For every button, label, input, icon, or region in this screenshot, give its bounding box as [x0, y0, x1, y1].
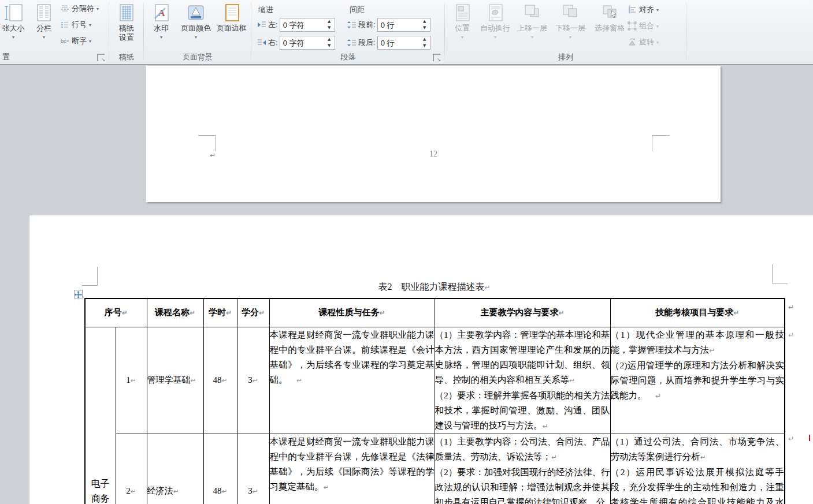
paragraph-mark: ↵ [173, 487, 179, 495]
grid-paper-icon [117, 3, 136, 23]
indent-right-field[interactable]: 0 字符 ▲▼ [280, 36, 335, 50]
paper-size-button[interactable]: 张大小 ▾ [0, 1, 32, 52]
grid-paper-settings-button[interactable]: 稿纸 设置 [111, 1, 142, 52]
wrap-text-button[interactable]: 自动换行 ▾ [477, 1, 513, 52]
cell-no[interactable]: 1↵ [116, 327, 147, 434]
course-table-page[interactable]: 表2 职业能力课程描述表↵ 序号↵ 课程名称↵ 学时↵ 学分↵ 课程性质与任 [29, 215, 813, 504]
chevron-down-icon: ▾ [147, 35, 175, 40]
columns-label: 分栏 [30, 24, 58, 33]
selection-pane-button[interactable]: 选择窗格 [591, 1, 629, 52]
hyphenation-icon: bc [60, 36, 69, 46]
paragraph-mark: ↵ [190, 309, 195, 317]
cell-content[interactable]: （1）主要教学内容：公司法、合同法、产品质量法、劳动法、诉讼法等；↵（2）要求：… [435, 434, 610, 504]
revision-mark [809, 435, 810, 441]
header-credits[interactable]: 学分↵ [237, 298, 269, 327]
paragraph-mark: ↵ [379, 309, 385, 317]
rotate-button[interactable]: 旋转 ▾ [628, 35, 659, 50]
send-backward-label: 下移一层 [552, 24, 588, 33]
paragraph-mark: ↵ [709, 346, 715, 354]
hyphenation-button[interactable]: bc 断字 ▾ [60, 33, 91, 48]
header-content[interactable]: 主要教学内容与要求↵ [435, 298, 610, 327]
header-hours[interactable]: 学时↵ [203, 298, 237, 327]
indent-right-row: 右: 0 字符 ▲▼ [257, 36, 335, 50]
paragraph-mark: ↵ [558, 309, 564, 317]
header-course[interactable]: 课程名称↵ [147, 298, 203, 327]
chevron-down-icon: ▾ [177, 35, 214, 40]
line-numbers-icon [60, 20, 69, 29]
indent-left-spinner[interactable]: ▲▼ [325, 19, 333, 31]
table-row: 电子商务 1↵ 管理学基础↵ 48↵ 3↵ 本课程是财经商贸一流专业群职业能力课… [85, 327, 785, 434]
major-group-label: 电子商务 [91, 327, 110, 504]
space-before-spinner[interactable]: ▲▼ [421, 19, 429, 31]
cell-no[interactable]: 2↵ [116, 434, 147, 504]
table-move-handle[interactable] [74, 290, 83, 298]
breaks-button[interactable]: 分隔符 ▾ [60, 1, 99, 16]
ribbon: 张大小 ▾ 分栏 ▾ 分隔符 ▾ [0, 0, 813, 65]
group-label-page-background: 页面背景 [144, 52, 251, 62]
watermark-button[interactable]: A 水印 ▾ [147, 1, 175, 52]
paragraph-mark: ↵ [131, 487, 136, 495]
chevron-down-icon: ▾ [89, 23, 91, 28]
cell-skills[interactable]: （1）通过公司法、合同法、市场竞争法、劳动法等案例进行分析↵（2）运用民事诉讼法… [610, 434, 785, 504]
dialog-launcher-icon[interactable] [97, 54, 105, 61]
course-table: 序号↵ 课程名称↵ 学时↵ 学分↵ 课程性质与任务↵ 主要教学内容与要求↵ 技能… [84, 298, 785, 504]
wrap-text-label: 自动换行 [477, 24, 513, 33]
dialog-launcher-icon[interactable] [433, 54, 440, 61]
chevron-down-icon: ▾ [656, 40, 659, 45]
header-skills[interactable]: 技能考核项目与要求↵ [610, 298, 785, 327]
paragraph-mark: ↵ [733, 309, 739, 317]
send-backward-button[interactable]: 下移一层 ▾ [552, 1, 588, 52]
paragraph-mark: ↵ [259, 309, 265, 317]
cell-nature[interactable]: 本课程是财经商贸一流专业群职业能力课程中的专业群平台课。前续课程是《会计基础》，… [269, 327, 435, 434]
space-before-field[interactable]: 0 行 ▲▼ [377, 18, 430, 32]
chevron-down-icon: ▾ [514, 35, 550, 40]
paragraph-mark: ↵ [324, 483, 329, 491]
chevron-down-icon: ▾ [0, 35, 32, 40]
page-color-button[interactable]: 页面颜色 ▾ [177, 1, 214, 52]
cell-credits[interactable]: 3↵ [237, 434, 269, 504]
cell-hours[interactable]: 48↵ [203, 434, 237, 504]
line-numbers-button[interactable]: 行号 ▾ [60, 17, 91, 32]
space-after-field[interactable]: 0 行 ▲▼ [377, 36, 430, 50]
space-after-icon [347, 39, 357, 47]
cell-hours[interactable]: 48↵ [203, 327, 237, 434]
space-after-spinner[interactable]: ▲▼ [421, 37, 429, 48]
header-no[interactable]: 序号↵ [85, 298, 147, 327]
header-nature[interactable]: 课程性质与任务↵ [269, 298, 435, 327]
paragraph-mark: ↵ [191, 376, 196, 384]
cell-major-group[interactable]: 电子商务 [85, 327, 116, 504]
paragraph-mark: ↵ [569, 376, 575, 384]
cell-nature[interactable]: 本课程是财经商贸一流专业群职业能力课程中的专业群平台课，先修课程是《法律基础》，… [269, 434, 435, 504]
paragraph-mark: ↵ [700, 453, 706, 461]
group-label-grid-paper: 稿纸 [109, 52, 144, 62]
align-button[interactable]: 对齐 ▾ [628, 2, 659, 17]
indent-left-label: 左: [268, 20, 278, 30]
cell-credits[interactable]: 3↵ [237, 327, 269, 434]
rotate-label: 旋转 [639, 37, 654, 47]
paragraph-mark: ↵ [131, 376, 136, 384]
align-icon [628, 5, 637, 14]
margin-corner-mark [198, 135, 216, 151]
table-row: 2↵ 经济法↵ 48↵ 3↵ 本课程是财经商贸一流专业群职业能力课程中的专业群平… [85, 434, 785, 504]
cell-course[interactable]: 经济法↵ [147, 434, 203, 504]
columns-button[interactable]: 分栏 ▾ [30, 1, 58, 52]
end-of-row-mark: ↵ [788, 435, 794, 443]
page-break-icon [60, 4, 69, 13]
selection-pane-icon [600, 3, 619, 23]
grid-paper-settings-label-2: 设置 [111, 33, 142, 42]
page-border-button[interactable]: 页面边框 [213, 1, 250, 52]
cell-course[interactable]: 管理学基础↵ [147, 327, 203, 434]
group-button[interactable]: 组合 ▾ [628, 18, 659, 33]
cell-content[interactable]: （1）主要教学内容：管理学的基本理论和基本方法，西方国家管理理论产生和发展的历史… [435, 327, 610, 434]
cell-skills[interactable]: （1）现代企业管理的基本原理和一般技能，掌握管理技术与方法↵（2)运用管理学的原… [610, 327, 785, 434]
paragraph-mark: ↵ [543, 422, 548, 430]
space-before-icon [347, 21, 357, 29]
ribbon-group-arrange: 位置 ▾ 自动换行 ▾ 上移一层 ▾ [445, 0, 686, 64]
page-12[interactable]: ↵ 12 [146, 66, 721, 202]
breaks-label: 分隔符 [72, 3, 94, 14]
word-window: 张大小 ▾ 分栏 ▾ 分隔符 ▾ [0, 0, 813, 504]
position-button[interactable]: 位置 ▾ [448, 1, 476, 52]
indent-left-field[interactable]: 0 字符 ▲▼ [280, 18, 335, 32]
indent-right-spinner[interactable]: ▲▼ [325, 37, 333, 48]
bring-forward-button[interactable]: 上移一层 ▾ [514, 1, 550, 52]
